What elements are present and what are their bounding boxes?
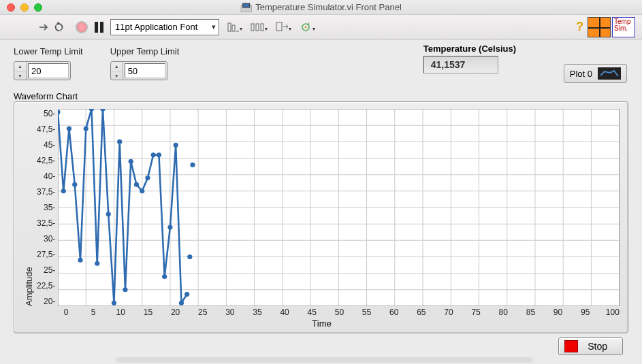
svg-point-61 bbox=[123, 288, 128, 293]
abort-button[interactable] bbox=[76, 21, 88, 33]
close-window-button[interactable] bbox=[7, 3, 15, 12]
x-tick: 20 bbox=[169, 308, 182, 317]
upper-limit-input[interactable] bbox=[125, 63, 165, 78]
y-tick: 25- bbox=[37, 265, 55, 275]
svg-point-73 bbox=[188, 254, 193, 259]
vi-connector-pane-icon[interactable] bbox=[588, 17, 611, 37]
x-tick: 65 bbox=[415, 308, 428, 317]
svg-point-52 bbox=[72, 182, 77, 187]
temperature-value: 41,1537 bbox=[423, 56, 498, 73]
svg-point-63 bbox=[134, 182, 139, 187]
titlebar: Temperature Simulator.vi Front Panel bbox=[0, 0, 642, 15]
svg-text:▾: ▾ bbox=[312, 26, 315, 32]
x-tick: 75 bbox=[469, 308, 483, 317]
x-tick: 60 bbox=[387, 308, 401, 317]
x-tick: 55 bbox=[360, 308, 374, 317]
run-arrow-icon[interactable] bbox=[37, 20, 51, 34]
x-tick: 95 bbox=[579, 308, 592, 317]
upper-limit-numeric[interactable]: ▲▼ bbox=[110, 61, 167, 80]
svg-point-11 bbox=[302, 24, 309, 31]
svg-text:▾: ▾ bbox=[265, 26, 268, 32]
svg-point-12 bbox=[305, 26, 307, 28]
stop-label: Stop bbox=[588, 341, 607, 352]
upper-limit-control: Upper Temp Limit ▲▼ bbox=[110, 46, 180, 80]
upper-limit-spinner[interactable]: ▲▼ bbox=[111, 62, 123, 80]
svg-point-51 bbox=[67, 127, 71, 131]
chart-title: Waveform Chart bbox=[14, 91, 628, 101]
run-continuous-icon[interactable] bbox=[54, 20, 67, 34]
y-tick: 45- bbox=[37, 140, 55, 150]
lower-limit-numeric[interactable]: ▲▼ bbox=[14, 61, 71, 80]
zoom-window-button[interactable] bbox=[34, 3, 42, 12]
lower-limit-input[interactable] bbox=[28, 63, 69, 78]
svg-point-70 bbox=[174, 143, 178, 148]
distribute-objects-dropdown[interactable]: ▾ bbox=[251, 21, 268, 33]
y-tick: 30- bbox=[37, 234, 55, 244]
x-tick: 5 bbox=[86, 308, 100, 317]
x-tick: 90 bbox=[551, 308, 565, 317]
svg-point-64 bbox=[140, 189, 144, 194]
x-tick: 15 bbox=[141, 308, 155, 317]
temperature-label: Temperature (Celsius) bbox=[423, 44, 516, 54]
toolbar: 11pt Application Font ▾ ▾ ▾ ▾ ? Temp Sim… bbox=[0, 15, 642, 39]
x-tick: 0 bbox=[59, 308, 73, 317]
lower-limit-control: Lower Temp Limit ▲▼ bbox=[14, 46, 83, 80]
plot-legend[interactable]: Plot 0 bbox=[564, 64, 627, 83]
lower-limit-spinner[interactable]: ▲▼ bbox=[14, 62, 27, 80]
svg-point-65 bbox=[146, 176, 150, 180]
plot-legend-sample bbox=[598, 67, 621, 80]
resize-objects-dropdown[interactable]: ▾ bbox=[275, 21, 293, 33]
svg-rect-1 bbox=[242, 3, 249, 7]
waveform-chart[interactable]: Amplitude 50-47,5-45-42,5-40-37,5-35-32,… bbox=[14, 101, 628, 333]
font-select-label: 11pt Application Font bbox=[115, 22, 197, 32]
x-tick: 80 bbox=[496, 308, 510, 317]
svg-point-74 bbox=[191, 163, 195, 167]
y-tick: 20- bbox=[37, 297, 55, 306]
y-tick: 47,5- bbox=[37, 125, 55, 134]
upper-limit-label: Upper Temp Limit bbox=[110, 46, 180, 56]
vi-icon[interactable]: Temp Sim. bbox=[612, 17, 635, 37]
horizontal-scrollbar[interactable] bbox=[116, 357, 533, 363]
y-axis-label: Amplitude bbox=[24, 109, 34, 306]
plot-legend-label: Plot 0 bbox=[570, 69, 592, 79]
y-ticks: 50-47,5-45-42,5-40-37,5-35-32,5-30-27,5-… bbox=[37, 109, 58, 306]
align-objects-dropdown[interactable]: ▾ bbox=[226, 21, 244, 33]
svg-point-72 bbox=[184, 292, 189, 297]
reorder-objects-dropdown[interactable]: ▾ bbox=[300, 21, 317, 33]
svg-point-71 bbox=[179, 301, 184, 305]
svg-point-67 bbox=[157, 152, 161, 157]
x-tick: 100 bbox=[606, 308, 620, 317]
y-tick: 35- bbox=[37, 203, 55, 212]
svg-point-66 bbox=[151, 152, 156, 157]
svg-point-57 bbox=[101, 109, 106, 112]
x-tick: 45 bbox=[305, 308, 319, 317]
y-tick: 22,5- bbox=[37, 281, 55, 291]
y-tick: 32,5- bbox=[37, 218, 55, 228]
svg-point-55 bbox=[89, 109, 94, 112]
toolbar-right: ? Temp Sim. bbox=[576, 17, 635, 37]
labview-icon bbox=[240, 3, 251, 12]
bottom-bar: Stop bbox=[14, 337, 628, 355]
pause-button[interactable] bbox=[95, 22, 103, 33]
svg-point-68 bbox=[162, 274, 167, 279]
svg-point-54 bbox=[84, 127, 89, 131]
svg-rect-7 bbox=[261, 24, 263, 31]
y-tick: 40- bbox=[37, 171, 55, 181]
svg-text:▾: ▾ bbox=[240, 26, 242, 32]
svg-rect-5 bbox=[251, 24, 254, 31]
svg-point-69 bbox=[168, 225, 173, 230]
lower-limit-label: Lower Temp Limit bbox=[14, 46, 83, 56]
front-panel: Lower Temp Limit ▲▼ Upper Temp Limit ▲▼ … bbox=[0, 39, 642, 364]
y-tick: 37,5- bbox=[37, 187, 55, 197]
stop-icon bbox=[564, 340, 578, 352]
minimize-window-button[interactable] bbox=[20, 3, 29, 12]
font-select[interactable]: 11pt Application Font bbox=[110, 19, 219, 35]
window-title: Temperature Simulator.vi Front Panel bbox=[255, 2, 402, 12]
help-icon[interactable]: ? bbox=[576, 20, 586, 34]
x-tick: 35 bbox=[251, 308, 264, 317]
stop-button[interactable]: Stop bbox=[558, 337, 623, 355]
svg-point-49 bbox=[58, 110, 61, 115]
plot-area[interactable] bbox=[58, 109, 620, 306]
x-tick: 40 bbox=[278, 308, 291, 317]
traffic-lights bbox=[0, 3, 42, 12]
